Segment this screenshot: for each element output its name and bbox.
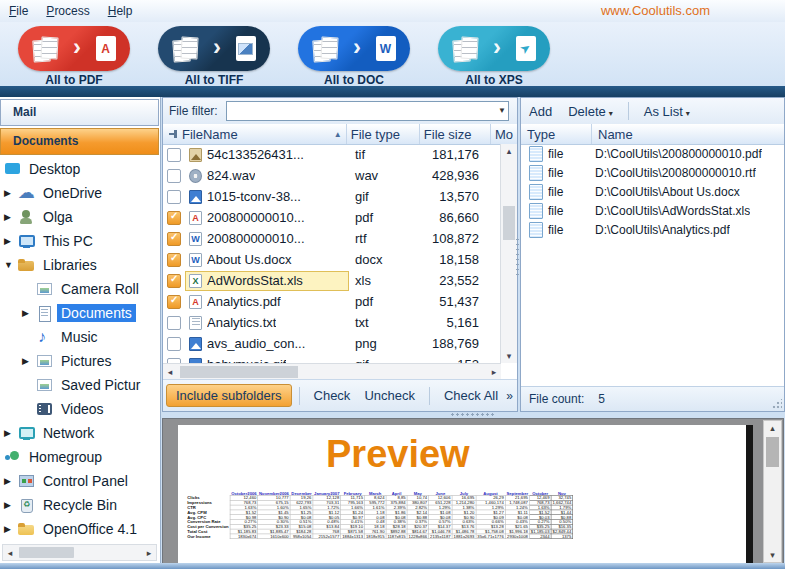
file-filter-combobox[interactable]: ▼ (226, 101, 509, 121)
tree-item[interactable]: Music (0, 325, 159, 349)
convert-pill[interactable]: › (298, 26, 410, 71)
convert-pill[interactable]: › (438, 26, 550, 71)
row-checkbox[interactable] (167, 148, 181, 162)
tree-expander-icon[interactable] (4, 212, 18, 222)
tree-item[interactable]: Recycle Bin (0, 493, 159, 517)
file-type-icon (188, 336, 203, 352)
tree-item[interactable]: Camera Roll (0, 277, 159, 301)
tree-expander-icon[interactable] (4, 188, 18, 198)
file-row[interactable]: babymusic.gif gif 152 (163, 354, 501, 363)
selected-file-row[interactable]: file D:\CoolUtils\AdWordsStat.xls (521, 201, 784, 220)
file-row[interactable]: 200800000010... rtf 108,872 (163, 228, 501, 249)
tree-item[interactable]: Documents (0, 301, 159, 325)
check-all-button[interactable]: Check All (437, 385, 505, 406)
tree-item[interactable]: Libraries (0, 253, 159, 277)
tree-expander-icon[interactable] (22, 308, 36, 318)
tree-item[interactable]: Olga (0, 205, 159, 229)
scroll-left-icon[interactable]: ◂ (163, 367, 177, 377)
file-list-horizontal-scrollbar[interactable]: ◂ ▸ (163, 363, 501, 380)
column-header-name[interactable]: Name (592, 124, 784, 144)
row-checkbox[interactable] (167, 211, 181, 225)
scroll-up-icon[interactable]: ▴ (764, 423, 781, 433)
convert-button[interactable]: › All to XPS (424, 26, 564, 86)
menu-item[interactable]: File (0, 2, 37, 20)
tree-item[interactable]: OpenOffice 4.1 (0, 517, 159, 541)
tree-item[interactable]: Network (0, 421, 159, 445)
row-checkbox[interactable] (167, 316, 181, 330)
file-row[interactable]: 824.wav wav 428,936 (163, 165, 501, 186)
tree-item[interactable]: Pictures (0, 349, 159, 373)
row-checkbox[interactable] (167, 232, 181, 246)
row-checkbox[interactable] (167, 190, 181, 204)
file-row[interactable]: AdWordsStat.xls xls 23,552 (163, 270, 501, 291)
tree-expander-icon[interactable] (4, 428, 18, 438)
file-row[interactable]: Analytics.txt txt 5,161 (163, 312, 501, 333)
sidebar-tab[interactable]: Mail (0, 99, 159, 126)
tree-expander-icon[interactable] (4, 236, 18, 246)
resize-grip[interactable] (772, 399, 782, 409)
convert-button[interactable]: › All to DOC (284, 26, 424, 86)
scrollbar-thumb[interactable] (180, 366, 298, 378)
convert-button[interactable]: › All to TIFF (144, 26, 284, 86)
column-header-filetype[interactable]: File type (347, 124, 420, 144)
format-icon (516, 36, 536, 61)
tree-expander-icon[interactable] (22, 356, 36, 366)
convert-pill[interactable]: › (18, 26, 130, 71)
selected-file-row[interactable]: file D:\CoolUtils\About Us.docx (521, 182, 784, 201)
tree-item[interactable]: This PC (0, 229, 159, 253)
file-name: AdWordsStat.xls (207, 273, 303, 288)
tree-expander-icon[interactable] (4, 260, 18, 270)
tree-expander-icon[interactable] (4, 500, 18, 510)
file-row[interactable]: 200800000010... pdf 86,660 (163, 207, 501, 228)
convert-button[interactable]: › All to PDF (4, 26, 144, 86)
column-header-type[interactable]: Type (521, 124, 592, 144)
row-checkbox[interactable] (167, 274, 181, 288)
scroll-down-icon[interactable]: ▾ (764, 550, 781, 560)
page-edge-shadow (746, 425, 753, 565)
selected-file-row[interactable]: file D:\CoolUtils\200800000010.pdf (521, 144, 784, 163)
convert-pill[interactable]: › (158, 26, 270, 71)
file-filter-input[interactable] (227, 102, 508, 120)
as-list-button[interactable]: As List▾ (636, 101, 698, 122)
uncheck-button[interactable]: Uncheck (357, 385, 422, 406)
file-row[interactable]: 54c133526431... tif 181,176 (163, 144, 501, 165)
toolbar-overflow-icon[interactable]: » (506, 389, 513, 403)
tree-expander-icon[interactable] (4, 524, 18, 534)
combobox-dropdown-icon[interactable]: ▼ (498, 106, 506, 115)
column-header-filesize[interactable]: File size (420, 124, 491, 144)
row-checkbox[interactable] (167, 253, 181, 267)
selected-file-row[interactable]: file D:\CoolUtils\Analytics.pdf (521, 220, 784, 239)
check-button[interactable]: Check (307, 385, 358, 406)
file-row[interactable]: Analytics.pdf pdf 51,437 (163, 291, 501, 312)
scrollbar-thumb[interactable] (766, 437, 779, 467)
horizontal-splitter[interactable] (162, 410, 783, 418)
row-checkbox[interactable] (167, 337, 181, 351)
delete-button[interactable]: Delete▾ (560, 101, 621, 122)
tree-expander-icon[interactable] (4, 476, 18, 486)
row-checkbox[interactable] (167, 295, 181, 309)
selected-file-row[interactable]: file D:\CoolUtils\200800000010.rtf (521, 163, 784, 182)
scroll-left-icon[interactable]: ◂ (3, 548, 17, 558)
include-subfolders-button[interactable]: Include subfolders (166, 384, 292, 407)
add-button[interactable]: Add (521, 101, 560, 122)
tree-item[interactable]: Desktop (0, 157, 159, 181)
file-row[interactable]: About Us.docx docx 18,158 (163, 249, 501, 270)
row-checkbox[interactable] (167, 169, 181, 183)
file-row[interactable]: avs_audio_con... png 188,769 (163, 333, 501, 354)
file-row[interactable]: 1015-tconv-38... gif 13,570 (163, 186, 501, 207)
preview-vertical-scrollbar[interactable]: ▴ ▾ (763, 420, 782, 563)
scrollbar-thumb[interactable] (19, 547, 74, 558)
tree-item[interactable]: Videos (0, 397, 159, 421)
tree-item[interactable]: Saved Pictur (0, 373, 159, 397)
sidebar-horizontal-scrollbar[interactable]: ◂ ▸ (2, 544, 157, 561)
menu-item[interactable]: Help (99, 2, 142, 20)
website-link[interactable]: www.Coolutils.com (601, 3, 710, 18)
scroll-right-icon[interactable]: ▸ (487, 367, 501, 377)
tree-item[interactable]: Control Panel (0, 469, 159, 493)
tree-item[interactable]: OneDrive (0, 181, 159, 205)
tree-item[interactable]: Homegroup (0, 445, 159, 469)
column-header-filename[interactable]: FileName ▲ (163, 124, 347, 144)
scroll-right-icon[interactable]: ▸ (142, 548, 156, 558)
sidebar-tab[interactable]: Documents (0, 128, 159, 155)
menu-item[interactable]: Process (37, 2, 98, 20)
